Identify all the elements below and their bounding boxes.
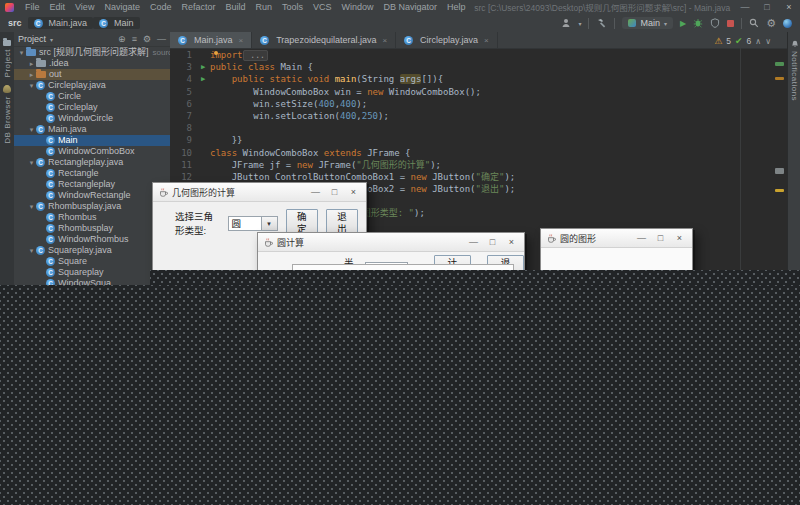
tree-item-circleplay-java[interactable]: ▾CCircleplay.java [14, 80, 170, 91]
project-panel-title[interactable]: Project [18, 34, 46, 44]
tree-item-windowcircle[interactable]: CWindowCircle [14, 113, 170, 124]
tree-item-squareplay[interactable]: CSquareplay [14, 267, 170, 278]
tree-item-windowsqua[interactable]: CWindowSqua [14, 278, 170, 285]
menu-edit[interactable]: Edit [45, 2, 71, 12]
menu-run[interactable]: Run [250, 2, 277, 12]
tree-item-rectangleplay-java[interactable]: ▾CRectangleplay.java [14, 157, 170, 168]
menu-help[interactable]: Help [442, 2, 471, 12]
chevron-closed-icon[interactable]: ▸ [27, 58, 36, 69]
tree-item-square[interactable]: CSquare [14, 256, 170, 267]
dialog-minimize-button[interactable]: — [308, 185, 323, 199]
tree-item-main-java[interactable]: ▾CMain.java [14, 124, 170, 135]
shape-type-combobox[interactable]: 圆 ▼ [228, 216, 278, 231]
dialog-maximize-button[interactable]: □ [327, 185, 342, 199]
tab-close-icon[interactable]: × [484, 36, 489, 45]
run-gutter-icon[interactable]: ▶ [196, 61, 210, 73]
panel-settings-gear-icon[interactable]: ⚙ [143, 34, 151, 44]
chevron-open-icon[interactable]: ▾ [27, 157, 36, 168]
menu-vcs[interactable]: VCS [308, 2, 337, 12]
search-icon[interactable] [749, 18, 759, 28]
user-account-icon[interactable] [561, 18, 571, 28]
settings-gear-icon[interactable]: ⚙ [766, 18, 776, 28]
token-p: []){ [421, 74, 443, 84]
menu-refactor[interactable]: Refactor [176, 2, 220, 12]
prev-problem-chevron-icon[interactable]: ∧ [755, 37, 761, 46]
java-cup-icon [546, 233, 556, 244]
scrollbar-thumb[interactable] [775, 168, 784, 174]
dialog-minimize-button[interactable]: — [466, 235, 481, 249]
tab-close-icon[interactable]: × [382, 36, 387, 45]
menu-build[interactable]: Build [220, 2, 250, 12]
menu-code[interactable]: Code [145, 2, 177, 12]
tree-item-rectangle[interactable]: CRectangle [14, 168, 170, 179]
tool-button-notifications[interactable]: Notifications [788, 40, 800, 101]
profile-sphere-icon[interactable] [783, 19, 792, 28]
stop-button[interactable] [727, 20, 734, 27]
breadcrumb-main[interactable]: CMain [93, 17, 140, 29]
token-k: public static void [232, 74, 335, 84]
coverage-shield-icon[interactable] [710, 18, 720, 28]
combo-arrow-icon[interactable]: ▼ [261, 216, 278, 231]
tab-main-java[interactable]: CMain.java× [170, 32, 252, 48]
tool-button-db-browser[interactable]: DB Browser [0, 85, 14, 144]
tab-circleplay-java[interactable]: CCircleplay.java× [396, 32, 498, 48]
tree-item-main[interactable]: CMain [14, 135, 170, 146]
window-close-button[interactable]: × [778, 2, 800, 12]
tree-item-src-规则几何图形问题求解[interactable]: ▾src [规则几何图形问题求解]sources root, [14, 47, 170, 58]
inspections-widget[interactable]: ⚠ 5 ✔ 6 ∧ ∨ [714, 36, 771, 46]
tool-button-project[interactable]: Project [0, 40, 14, 77]
line-number: 10 [170, 147, 196, 159]
menu-file[interactable]: File [20, 2, 45, 12]
dialog-calc-titlebar[interactable]: 圆计算 — □ × [258, 233, 524, 252]
tree-item-circle[interactable]: CCircle [14, 91, 170, 102]
user-dropdown-icon[interactable]: ▾ [578, 20, 581, 27]
tree-item-squareplay-java[interactable]: ▾CSquareplay.java [14, 245, 170, 256]
menu-db-navigator[interactable]: DB Navigator [379, 2, 443, 12]
run-button[interactable]: ▶ [680, 19, 686, 28]
window-maximize-button[interactable]: □ [756, 2, 778, 12]
chevron-open-icon[interactable]: ▾ [27, 124, 36, 135]
chevron-closed-icon[interactable]: ▸ [27, 69, 36, 80]
chevron-open-icon[interactable]: ▾ [27, 80, 36, 91]
window-minimize-button[interactable]: — [734, 2, 756, 12]
tree-item-out[interactable]: ▸out [14, 69, 170, 80]
dialog-close-button[interactable]: × [672, 231, 687, 245]
breadcrumb-src[interactable]: src [8, 18, 22, 28]
tree-item-rhombusplay-java[interactable]: ▾CRhombusplay.java [14, 201, 170, 212]
dialog-fig-titlebar[interactable]: 圆的图形 — □ × [541, 229, 692, 248]
menu-view[interactable]: View [70, 2, 99, 12]
dialog-minimize-button[interactable]: — [634, 231, 649, 245]
build-hammer-icon[interactable] [596, 18, 607, 29]
chevron-open-icon[interactable]: ▾ [17, 47, 26, 58]
tab-trapezoidequilateral-java[interactable]: CTrapezoidequilateral.java× [252, 32, 396, 48]
breadcrumb: src CMain.javaCMain [0, 17, 140, 29]
tree-item-circleplay[interactable]: CCircleplay [14, 102, 170, 113]
tree-item-rectangleplay[interactable]: CRectangleplay [14, 179, 170, 190]
tree-item-windowrhombus[interactable]: CWindowRhombus [14, 234, 170, 245]
dialog-close-button[interactable]: × [504, 235, 519, 249]
dialog-shape-titlebar[interactable]: 几何图形的计算 — □ × [153, 183, 366, 202]
tab-close-icon[interactable]: × [239, 36, 244, 45]
tree-item-windowcombobox[interactable]: CWindowComboBox [14, 146, 170, 157]
dialog-close-button[interactable]: × [346, 185, 361, 199]
menu-window[interactable]: Window [337, 2, 379, 12]
chevron-open-icon[interactable]: ▾ [27, 245, 36, 256]
menu-tools[interactable]: Tools [277, 2, 308, 12]
tree-item-rhombus[interactable]: CRhombus [14, 212, 170, 223]
tree-item-windowrectangle[interactable]: CWindowRectangle [14, 190, 170, 201]
run-configuration-select[interactable]: Main ▾ [622, 17, 673, 29]
next-problem-chevron-icon[interactable]: ∨ [765, 37, 771, 46]
breadcrumb-main-java[interactable]: CMain.java [28, 17, 94, 29]
tree-item-idea[interactable]: ▸.idea [14, 58, 170, 69]
dialog-maximize-button[interactable]: □ [653, 231, 668, 245]
project-dropdown-icon[interactable]: ▾ [50, 36, 53, 43]
collapse-all-icon[interactable]: ≡ [132, 34, 137, 44]
debug-bug-icon[interactable] [693, 18, 703, 28]
chevron-open-icon[interactable]: ▾ [27, 201, 36, 212]
run-gutter-icon[interactable]: ▶ [196, 73, 210, 85]
locate-target-icon[interactable]: ⊕ [118, 34, 126, 44]
dialog-maximize-button[interactable]: □ [485, 235, 500, 249]
menu-navigate[interactable]: Navigate [99, 2, 145, 12]
hide-panel-icon[interactable]: — [157, 34, 166, 44]
tree-item-rhombusplay[interactable]: CRhombusplay [14, 223, 170, 234]
